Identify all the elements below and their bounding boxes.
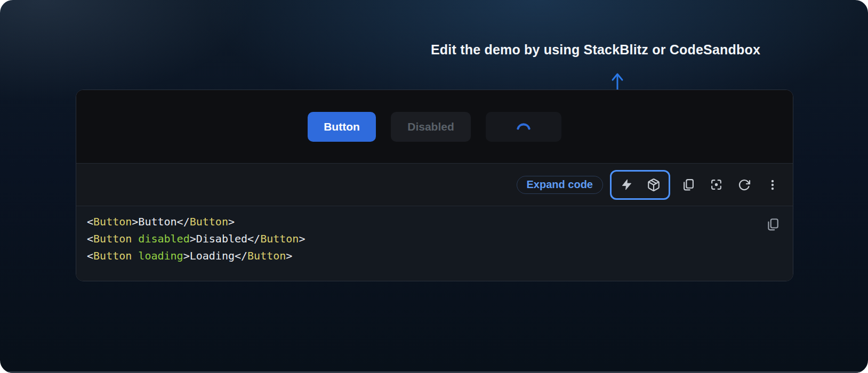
loading-spinner-icon — [516, 119, 532, 135]
copy-icon — [681, 178, 695, 191]
expand-code-button[interactable]: Expand code — [517, 176, 603, 194]
code-lines: <Button>Button</Button><Button disabled>… — [87, 213, 782, 264]
kebab-menu-icon — [766, 179, 779, 191]
codesandbox-cube-icon — [647, 178, 661, 192]
center-focus-icon — [710, 178, 723, 191]
refresh-demo-button[interactable] — [734, 174, 755, 196]
codesandbox-button[interactable] — [642, 174, 665, 196]
copy-icon — [766, 217, 779, 231]
copy-code-button[interactable] — [677, 174, 698, 196]
refresh-icon — [738, 179, 751, 191]
code-block: <Button>Button</Button><Button disabled>… — [76, 206, 793, 281]
copy-code-floating-button[interactable] — [764, 216, 781, 233]
demo-preview-area: Button Disabled — [76, 90, 793, 163]
stackblitz-lightning-icon — [621, 179, 633, 191]
highlighted-icon-group — [610, 170, 670, 200]
annotation-text: Edit the demo by using StackBlitz or Cod… — [431, 42, 760, 58]
demo-card: Button Disabled Expand code — [76, 90, 793, 281]
demo-button-disabled[interactable]: Disabled — [391, 112, 471, 142]
stackblitz-button[interactable] — [615, 174, 638, 196]
demo-button-primary[interactable]: Button — [308, 112, 376, 142]
page-background: Edit the demo by using StackBlitz or Cod… — [0, 0, 868, 373]
focus-view-button[interactable] — [705, 174, 727, 196]
more-actions-button[interactable] — [762, 174, 783, 196]
demo-toolbar: Expand code — [76, 163, 793, 206]
code-line: <Button disabled>Disabled</Button> — [87, 230, 782, 247]
code-line: <Button>Button</Button> — [87, 213, 782, 230]
demo-button-loading[interactable] — [486, 112, 561, 142]
code-line: <Button loading>Loading</Button> — [87, 247, 782, 264]
